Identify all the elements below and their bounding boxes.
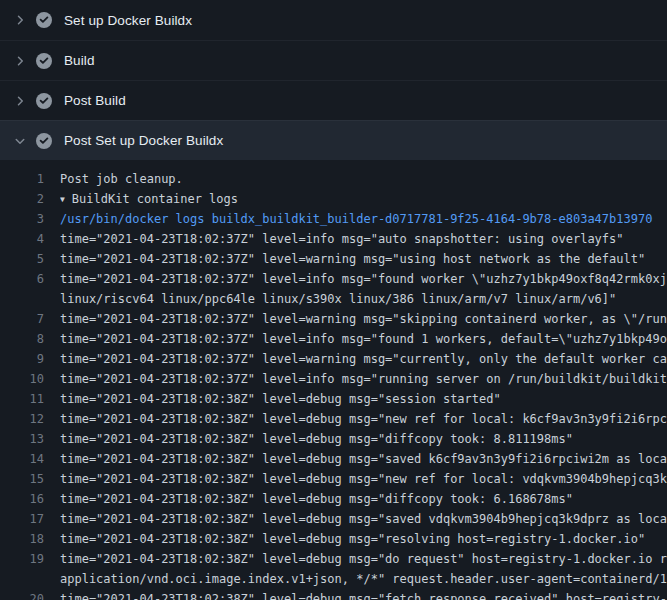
line-number[interactable]: 2 <box>0 189 60 209</box>
log-line-text: time="2021-04-23T18:02:37Z" level=info m… <box>60 369 667 389</box>
log-text: time="2021-04-23T18:02:37Z" level=warnin… <box>60 312 667 326</box>
step-label: Set up Docker Buildx <box>64 13 192 28</box>
check-circle-icon <box>36 12 52 28</box>
line-number[interactable]: 4 <box>0 229 60 249</box>
log-line-text: time="2021-04-23T18:02:38Z" level=debug … <box>60 549 667 569</box>
line-number[interactable]: 15 <box>0 469 60 489</box>
triangle-down-icon[interactable]: ▼ <box>60 190 65 209</box>
log-line: 20 time="2021-04-23T18:02:38Z" level=deb… <box>0 589 667 600</box>
log-text: time="2021-04-23T18:02:38Z" level=debug … <box>60 432 573 446</box>
step-header[interactable]: Post Build <box>0 80 667 120</box>
log-line-text: time="2021-04-23T18:02:38Z" level=debug … <box>60 469 667 489</box>
chevron-right-icon <box>12 53 28 69</box>
step-label: Build <box>64 53 95 68</box>
log-line-text: /usr/bin/docker logs buildx_buildkit_bui… <box>60 209 667 229</box>
log-line: application/vnd.oci.image.index.v1+json,… <box>0 569 667 589</box>
line-number[interactable]: 7 <box>0 309 60 329</box>
line-number[interactable]: 18 <box>0 529 60 549</box>
log-line: 11 time="2021-04-23T18:02:38Z" level=deb… <box>0 389 667 409</box>
log-line: 10 time="2021-04-23T18:02:37Z" level=inf… <box>0 369 667 389</box>
log-line-text: application/vnd.oci.image.index.v1+json,… <box>60 569 667 589</box>
log-line: 5 time="2021-04-23T18:02:37Z" level=warn… <box>0 249 667 269</box>
log-line: 3 /usr/bin/docker logs buildx_buildkit_b… <box>0 209 667 229</box>
log-lines: 1 Post job cleanup. 2 ▼BuildKit containe… <box>0 160 667 600</box>
log-text: time="2021-04-23T18:02:37Z" level=info m… <box>60 372 667 386</box>
line-number[interactable]: 8 <box>0 329 60 349</box>
log-text: time="2021-04-23T18:02:38Z" level=debug … <box>60 472 667 486</box>
chevron-right-icon <box>12 12 28 28</box>
log-line-text: time="2021-04-23T18:02:37Z" level=info m… <box>60 329 667 349</box>
log-text: /usr/bin/docker logs buildx_buildkit_bui… <box>60 212 652 226</box>
log-text: linux/riscv64 linux/ppc64le linux/s390x … <box>60 292 616 306</box>
log-line-text: time="2021-04-23T18:02:38Z" level=debug … <box>60 489 667 509</box>
line-number[interactable]: 11 <box>0 389 60 409</box>
log-line-text: time="2021-04-23T18:02:38Z" level=debug … <box>60 529 667 549</box>
log-line-text: ▼BuildKit container logs <box>60 189 667 209</box>
check-circle-icon <box>36 53 52 69</box>
log-line-text: time="2021-04-23T18:02:38Z" level=debug … <box>60 389 667 409</box>
line-number[interactable]: 9 <box>0 349 60 369</box>
log-text: time="2021-04-23T18:02:38Z" level=debug … <box>60 392 501 406</box>
chevron-down-icon <box>12 133 28 149</box>
log-line-text: time="2021-04-23T18:02:38Z" level=debug … <box>60 509 667 529</box>
log-text: time="2021-04-23T18:02:37Z" level=warnin… <box>60 352 667 366</box>
log-line: 16 time="2021-04-23T18:02:38Z" level=deb… <box>0 489 667 509</box>
log-line-text: time="2021-04-23T18:02:38Z" level=debug … <box>60 589 667 600</box>
log-line-text: time="2021-04-23T18:02:37Z" level=info m… <box>60 269 667 289</box>
log-line-text: linux/riscv64 linux/ppc64le linux/s390x … <box>60 289 667 309</box>
log-line-text: time="2021-04-23T18:02:37Z" level=warnin… <box>60 349 667 369</box>
step-label: Post Set up Docker Buildx <box>64 133 223 148</box>
log-line: 13 time="2021-04-23T18:02:38Z" level=deb… <box>0 429 667 449</box>
line-number[interactable]: 12 <box>0 409 60 429</box>
log-line: 2 ▼BuildKit container logs <box>0 189 667 209</box>
log-text[interactable]: BuildKit container logs <box>72 192 238 206</box>
log-line: 7 time="2021-04-23T18:02:37Z" level=warn… <box>0 309 667 329</box>
log-line: 1 Post job cleanup. <box>0 169 667 189</box>
log-text: application/vnd.oci.image.index.v1+json,… <box>60 572 667 586</box>
line-number[interactable]: 3 <box>0 209 60 229</box>
line-number[interactable] <box>0 289 60 309</box>
log-line: 19 time="2021-04-23T18:02:38Z" level=deb… <box>0 549 667 569</box>
line-number[interactable]: 16 <box>0 489 60 509</box>
line-number[interactable]: 6 <box>0 269 60 289</box>
log-line-text: time="2021-04-23T18:02:37Z" level=info m… <box>60 229 667 249</box>
line-number[interactable]: 20 <box>0 589 60 600</box>
line-number[interactable]: 17 <box>0 509 60 529</box>
line-number[interactable]: 10 <box>0 369 60 389</box>
line-number[interactable]: 13 <box>0 429 60 449</box>
log-line-text: time="2021-04-23T18:02:38Z" level=debug … <box>60 409 667 429</box>
log-line: 8 time="2021-04-23T18:02:37Z" level=info… <box>0 329 667 349</box>
line-number[interactable]: 14 <box>0 449 60 469</box>
log-line-text: time="2021-04-23T18:02:38Z" level=debug … <box>60 429 667 449</box>
steps-list: Set up Docker Buildx Build Post Buil <box>0 0 667 160</box>
step-header[interactable]: Post Set up Docker Buildx <box>0 120 667 160</box>
log-line-text: time="2021-04-23T18:02:37Z" level=warnin… <box>60 309 667 329</box>
log-line: 18 time="2021-04-23T18:02:38Z" level=deb… <box>0 529 667 549</box>
step-header[interactable]: Build <box>0 40 667 80</box>
step-label: Post Build <box>64 93 126 108</box>
log-text: time="2021-04-23T18:02:37Z" level=info m… <box>60 332 667 346</box>
line-number[interactable]: 1 <box>0 169 60 189</box>
step-header[interactable]: Set up Docker Buildx <box>0 0 667 40</box>
log-line: 6 time="2021-04-23T18:02:37Z" level=info… <box>0 269 667 289</box>
check-circle-icon <box>36 93 52 109</box>
log-line: 12 time="2021-04-23T18:02:38Z" level=deb… <box>0 409 667 429</box>
check-circle-icon <box>36 133 52 149</box>
log-text: time="2021-04-23T18:02:38Z" level=debug … <box>60 452 667 466</box>
log-text: time="2021-04-23T18:02:37Z" level=info m… <box>60 232 624 246</box>
log-line-text: time="2021-04-23T18:02:38Z" level=debug … <box>60 449 667 469</box>
log-text: time="2021-04-23T18:02:38Z" level=debug … <box>60 532 645 546</box>
line-number[interactable]: 5 <box>0 249 60 269</box>
log-text: time="2021-04-23T18:02:38Z" level=debug … <box>60 552 667 566</box>
log-text: time="2021-04-23T18:02:37Z" level=info m… <box>60 272 667 286</box>
log-line: 4 time="2021-04-23T18:02:37Z" level=info… <box>0 229 667 249</box>
log-line: 9 time="2021-04-23T18:02:37Z" level=warn… <box>0 349 667 369</box>
log-text: time="2021-04-23T18:02:37Z" level=warnin… <box>60 252 645 266</box>
log-line-text: time="2021-04-23T18:02:37Z" level=warnin… <box>60 249 667 269</box>
chevron-right-icon <box>12 93 28 109</box>
log-text: time="2021-04-23T18:02:38Z" level=debug … <box>60 512 667 526</box>
log-line-text: Post job cleanup. <box>60 169 667 189</box>
log-text: Post job cleanup. <box>60 172 183 186</box>
line-number[interactable]: 19 <box>0 549 60 569</box>
line-number[interactable] <box>0 569 60 589</box>
